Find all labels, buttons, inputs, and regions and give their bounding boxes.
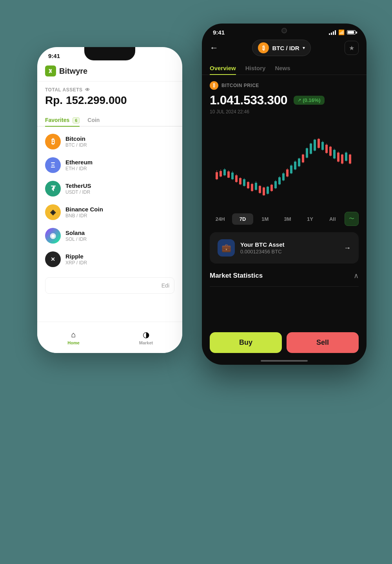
svg-rect-46 xyxy=(298,158,300,166)
time-btn-3m[interactable]: 3M xyxy=(277,213,298,225)
svg-rect-14 xyxy=(235,175,238,182)
svg-rect-8 xyxy=(223,169,226,175)
coin-info: Binance Coin BNB / IDR xyxy=(65,206,103,218)
chart-type-button[interactable]: 〜 xyxy=(345,212,359,226)
svg-rect-56 xyxy=(318,139,320,148)
btc-asset-card[interactable]: 💼 Your BTC Asset 0.000123456 BTC → xyxy=(210,232,359,264)
svg-rect-44 xyxy=(294,162,296,169)
list-item[interactable]: ₮ TetherUS USDT / IDR xyxy=(37,177,182,200)
back-button[interactable]: ← xyxy=(210,43,218,53)
bg-notch xyxy=(84,47,135,60)
svg-rect-12 xyxy=(231,173,234,179)
price-timestamp: 10 JUL 2024 22:46 xyxy=(210,109,359,115)
svg-rect-10 xyxy=(227,171,230,178)
buy-button[interactable]: Buy xyxy=(210,332,282,353)
svg-rect-6 xyxy=(220,171,222,176)
usdt-icon: ₮ xyxy=(45,181,61,196)
eye-icon[interactable]: 👁 xyxy=(85,87,90,93)
nav-market-label: Market xyxy=(139,340,153,345)
svg-rect-52 xyxy=(310,144,312,154)
svg-rect-34 xyxy=(274,181,277,188)
svg-rect-70 xyxy=(345,153,347,161)
xrp-icon: ✕ xyxy=(45,251,61,267)
time-btn-1m[interactable]: 1M xyxy=(255,213,276,225)
price-change-text: (0.16%) xyxy=(303,97,321,103)
list-item[interactable]: Ξ Ethereum ETH / IDR xyxy=(37,153,182,177)
list-item[interactable]: ₿ Bitcoin BTC / IDR xyxy=(37,130,182,153)
bottom-action-buttons: Buy Sell xyxy=(202,332,367,353)
tab-history[interactable]: History xyxy=(245,61,266,75)
btc-price-header: ₿ BITCOIN PRICE xyxy=(210,81,359,90)
tab-overview[interactable]: Overview xyxy=(210,61,236,75)
list-item[interactable]: ◈ Binance Coin BNB / IDR xyxy=(37,200,182,224)
svg-rect-38 xyxy=(282,173,285,180)
foreground-phone: 9:41 📶 ← ₿ BTC / IDR ▾ ★ Overview xyxy=(202,24,367,365)
pair-selector[interactable]: ₿ BTC / IDR ▾ xyxy=(252,40,310,56)
svg-rect-72 xyxy=(349,155,351,164)
svg-rect-18 xyxy=(243,179,245,186)
fg-header: ← ₿ BTC / IDR ▾ ★ xyxy=(202,36,367,61)
svg-rect-58 xyxy=(321,142,324,150)
btc-price-value: 1.041.533.300 xyxy=(210,93,287,107)
edit-button[interactable]: Edi xyxy=(45,277,174,294)
svg-rect-54 xyxy=(314,140,316,151)
bitwyre-logo-icon xyxy=(45,65,56,76)
time-range-selector: 24H 7D 1M 3M 1Y All 〜 xyxy=(210,212,359,226)
coin-info: TetherUS USDT / IDR xyxy=(65,182,91,195)
svg-rect-66 xyxy=(337,153,339,162)
svg-rect-64 xyxy=(333,150,336,158)
list-item[interactable]: ✕ Ripple XRP / IDR xyxy=(37,247,182,271)
svg-rect-60 xyxy=(325,145,328,153)
svg-rect-2 xyxy=(210,119,359,206)
bitwyre-app-name: Bitwyre xyxy=(59,67,87,76)
collapse-button[interactable]: ∧ xyxy=(354,271,359,280)
favorites-badge: 6 xyxy=(73,117,80,124)
market-stats-section: Market Statistics ∧ xyxy=(202,271,367,286)
time-btn-24h[interactable]: 24H xyxy=(210,213,230,225)
btc-price-label: BITCOIN PRICE xyxy=(221,83,259,88)
svg-rect-4 xyxy=(216,172,218,179)
svg-rect-30 xyxy=(267,187,269,194)
time-btn-1y[interactable]: 1Y xyxy=(299,213,320,225)
signal-icon xyxy=(329,30,336,35)
svg-rect-0 xyxy=(51,69,52,71)
bnb-icon: ◈ xyxy=(45,204,61,220)
bg-tabs-row: Favorites 6 Coin xyxy=(37,114,182,127)
market-stats-title: Market Statistics xyxy=(210,272,263,280)
svg-rect-20 xyxy=(247,182,249,188)
btc-icon: ₿ xyxy=(45,134,61,149)
total-assets-value: Rp. 152.299.000 xyxy=(45,94,174,107)
camera-icon xyxy=(281,28,287,33)
coin-info: Ethereum ETH / IDR xyxy=(65,159,93,171)
nav-home-label: Home xyxy=(67,340,80,345)
svg-rect-50 xyxy=(306,148,308,158)
pair-btc-icon: ₿ xyxy=(258,42,269,53)
total-assets-label: TOTAL ASSETS 👁 xyxy=(45,87,174,93)
fg-time: 9:41 xyxy=(213,29,225,36)
nav-market[interactable]: ◑ Market xyxy=(110,330,182,345)
price-row: 1.041.533.300 ↗ (0.16%) xyxy=(210,93,359,107)
nav-home[interactable]: ⌂ Home xyxy=(37,330,110,345)
chart-type-icon: 〜 xyxy=(349,215,354,222)
coin-info: Ripple XRP / IDR xyxy=(65,253,87,266)
sell-button[interactable]: Sell xyxy=(287,332,359,353)
tab-news[interactable]: News xyxy=(275,61,290,75)
favorite-button[interactable]: ★ xyxy=(345,41,359,55)
svg-rect-32 xyxy=(270,185,273,191)
candlestick-chart xyxy=(210,119,359,206)
eth-icon: Ξ xyxy=(45,157,61,173)
bg-app-header: Bitwyre xyxy=(37,59,182,82)
battery-icon xyxy=(347,30,356,35)
tab-coin[interactable]: Coin xyxy=(87,114,100,126)
time-btn-7d[interactable]: 7D xyxy=(232,213,253,225)
svg-rect-16 xyxy=(239,178,241,184)
svg-rect-36 xyxy=(278,177,281,184)
asset-info: Your BTC Asset 0.000123456 BTC xyxy=(240,241,285,255)
list-item[interactable]: ◉ Solana SOL / IDR xyxy=(37,224,182,247)
time-btn-all[interactable]: All xyxy=(322,213,343,225)
price-change-badge: ↗ (0.16%) xyxy=(294,96,325,105)
arrow-up-icon: ↗ xyxy=(298,98,301,103)
coin-list: ₿ Bitcoin BTC / IDR Ξ Ethereum ETH / IDR… xyxy=(37,127,182,274)
sol-icon: ◉ xyxy=(45,228,61,244)
tab-favorites[interactable]: Favorites 6 xyxy=(45,114,80,126)
